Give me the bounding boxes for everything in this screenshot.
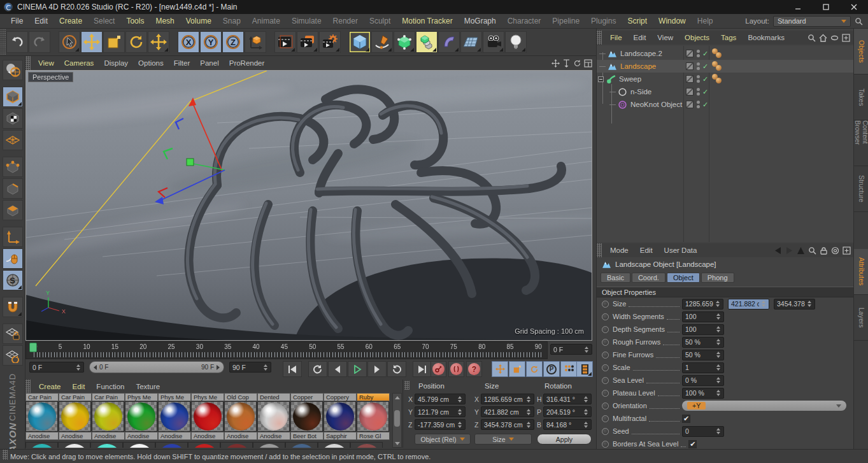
material-scrollbar[interactable] — [392, 393, 402, 448]
menu-item[interactable]: Plugins — [585, 17, 622, 25]
collapse-icon[interactable] — [598, 76, 604, 82]
enabled-check-icon[interactable]: ✓ — [702, 88, 708, 96]
menu-item[interactable]: Script — [622, 17, 653, 25]
multifractal-checkbox[interactable]: ✔ — [682, 415, 690, 423]
am-menu-item[interactable]: Edit — [634, 246, 658, 254]
key-rotation-toggle[interactable] — [526, 361, 543, 377]
parent-up-icon[interactable] — [797, 246, 805, 255]
rotate-tool-button[interactable] — [125, 31, 147, 53]
material-menu-handle[interactable] — [25, 380, 31, 393]
am-menu-item[interactable]: Mode — [604, 246, 634, 254]
material-thumbnail[interactable] — [224, 401, 257, 432]
object-row-sweep[interactable]: Sweep ✓ — [597, 73, 854, 85]
next-key-button[interactable] — [387, 361, 406, 377]
animation-dot[interactable] — [602, 402, 609, 410]
start-frame-field[interactable]: 0 F — [29, 362, 84, 373]
toggle-view-icon[interactable] — [584, 59, 592, 68]
material-thumbnail-partial[interactable] — [350, 442, 383, 448]
am-menu-item[interactable]: User Data — [658, 246, 703, 254]
viewport-menu-item[interactable]: Cameras — [59, 59, 99, 67]
material-tab[interactable]: Car Pain — [25, 393, 59, 401]
material-thumbnail[interactable] — [59, 401, 91, 432]
move-axis-button[interactable] — [148, 31, 169, 53]
material-tab[interactable]: Phys Me — [125, 393, 158, 401]
material-name[interactable]: Anodise — [92, 432, 125, 440]
material-menu-item[interactable]: Function — [90, 383, 130, 390]
property-input[interactable]: 100 — [682, 311, 724, 322]
menu-item[interactable]: Pipeline — [546, 17, 585, 25]
size-z-field[interactable]: 3454.378 cm — [481, 419, 534, 430]
model-mode-button[interactable] — [3, 87, 23, 107]
timeline-playhead[interactable] — [29, 343, 37, 352]
light-button[interactable] — [505, 31, 527, 53]
animation-dot[interactable] — [602, 364, 609, 371]
texture-mode-button[interactable] — [3, 108, 23, 129]
material-name[interactable]: Anodise — [125, 432, 158, 440]
coord-mode-dropdown[interactable]: Object (Rel) — [415, 434, 471, 445]
render-to-picture-viewer-button[interactable] — [297, 31, 318, 53]
menu-item[interactable]: Select — [88, 17, 120, 25]
object-name[interactable]: NeoKnot Object — [630, 101, 682, 108]
panel-tab[interactable]: Takes — [854, 75, 868, 120]
menu-item[interactable]: Help — [692, 17, 719, 25]
animation-dot[interactable] — [602, 326, 609, 333]
polygons-mode-button[interactable] — [3, 200, 23, 220]
visibility-dots[interactable] — [697, 88, 700, 96]
range-left-arrow-icon[interactable] — [94, 365, 97, 370]
minimize-button[interactable] — [784, 0, 812, 14]
animation-dot[interactable] — [602, 377, 609, 384]
size-z-input[interactable]: 3454.378 — [774, 299, 815, 310]
material-name[interactable]: Anodise — [224, 432, 257, 440]
material-thumbnail[interactable] — [290, 401, 323, 432]
material-thumbnail-partial[interactable] — [285, 442, 318, 448]
subdivision-surface-button[interactable] — [394, 31, 415, 53]
coordinate-system-button[interactable] — [245, 31, 266, 53]
material-name[interactable]: Rose Gl — [357, 432, 390, 440]
bend-deformer-button[interactable] — [438, 31, 460, 53]
size-x-input[interactable]: 1285.659 — [682, 299, 723, 310]
object-name[interactable]: Sweep — [619, 75, 641, 83]
spinner-icon[interactable] — [75, 364, 81, 371]
layer-swatch[interactable] — [686, 50, 694, 57]
animation-dot[interactable] — [602, 301, 609, 308]
edges-mode-button[interactable] — [3, 178, 23, 199]
z-axis-lock-button[interactable]: Z — [222, 31, 244, 53]
menu-item[interactable]: Motion Tracker — [396, 17, 458, 25]
property-input[interactable]: 100 % — [682, 388, 724, 399]
material-tab[interactable]: Old Cop — [224, 393, 257, 401]
size-mode-dropdown[interactable]: Size — [474, 434, 532, 445]
dolly-view-icon[interactable] — [562, 59, 571, 68]
om-menu-item[interactable]: View — [651, 34, 679, 41]
material-item[interactable]: Car Pain Anodise — [92, 393, 125, 440]
viewport-menu-item[interactable]: View — [33, 59, 59, 67]
range-right-arrow-icon[interactable] — [217, 365, 220, 370]
property-input[interactable]: 50 % — [682, 350, 724, 360]
viewport-menu-item[interactable]: Panel — [195, 59, 224, 67]
object-row-nside[interactable]: n-Side ✓ — [597, 85, 854, 98]
menu-item[interactable]: Animate — [246, 17, 286, 25]
property-input[interactable]: 1 — [682, 362, 724, 373]
goto-start-button[interactable] — [283, 361, 302, 377]
next-frame-button[interactable] — [367, 361, 387, 377]
toolbar-handle[interactable] — [0, 29, 6, 55]
home-icon[interactable] — [819, 34, 827, 42]
material-item[interactable]: Phys Me Anodise — [191, 393, 224, 440]
record-keyframe-button[interactable] — [430, 361, 446, 377]
pan-view-icon[interactable] — [551, 59, 560, 68]
animation-dot[interactable] — [602, 441, 609, 448]
material-thumbnail[interactable] — [25, 401, 58, 432]
menu-item[interactable]: Snap — [217, 17, 246, 25]
material-item[interactable]: Ruby Rose Gl — [357, 393, 390, 440]
key-parameter-toggle[interactable]: P — [543, 361, 560, 377]
layer-swatch[interactable] — [686, 101, 694, 108]
enabled-check-icon[interactable]: ✓ — [702, 101, 708, 109]
key-scale-toggle[interactable] — [509, 361, 525, 377]
material-name[interactable]: Anodise — [25, 432, 59, 440]
autokey-button[interactable] — [448, 361, 464, 377]
material-item[interactable]: Dented Anodise — [257, 393, 290, 440]
object-name[interactable]: n-Side — [630, 88, 651, 96]
workplane-align-button[interactable] — [3, 345, 23, 366]
material-item[interactable]: Car Pain Anodise — [25, 393, 59, 440]
scale-tool-button[interactable] — [103, 31, 125, 53]
coord-handle[interactable] — [404, 381, 409, 390]
